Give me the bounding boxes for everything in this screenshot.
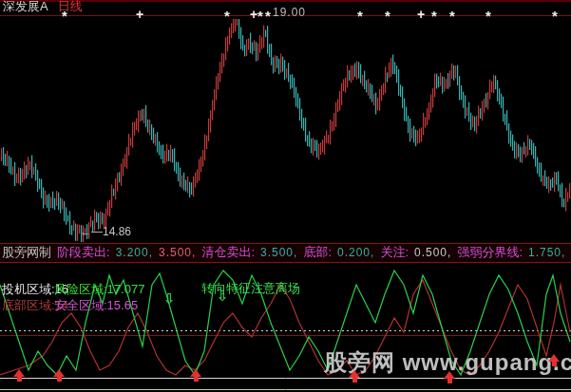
period-label: 日线 [58,0,83,13]
signal-star-marker: * [485,8,491,24]
status-segment: 3.200, [116,247,153,259]
sell-signal-down-arrow-icon: ⇩ [163,290,176,308]
buy-signal-arrow [349,370,361,383]
arrow-stem [352,377,357,383]
signal-cross-marker: + [136,7,143,22]
buy-signal-arrow [190,369,202,382]
status-segment: 3.500, [159,247,196,259]
status-segment: 0.200, [337,247,374,259]
status-segment: 0.500, [414,247,451,259]
low-price-label: ←—14.86 [80,226,131,238]
signal-star-marker: * [385,8,390,24]
risk-zone-label: 风险区域:17.077 [54,283,144,296]
arrow-stem [552,361,557,366]
signal-star-marker: * [224,8,230,24]
buy-signal-arrow [53,369,66,382]
signal-cross-marker: + [250,7,257,22]
arrow-stem [17,376,22,382]
signal-star-marker: * [357,8,363,24]
safe-zone-label: 安全区域:15.65 [54,299,138,312]
buy-signal-arrow [548,354,561,366]
arrow-stem [447,378,452,383]
arrow-stem [194,376,199,382]
price-chart-canvas[interactable] [0,0,571,392]
signal-star-marker: * [552,8,558,24]
signal-star-marker: * [265,8,271,24]
status-segment: 清仓卖出: [201,246,255,259]
title-bar: 深发展A日线 [3,0,83,13]
status-segment: 1.750, [528,247,565,259]
buy-signal-arrow [444,371,456,383]
signal-star-marker: * [257,8,263,24]
status-segment: 3.500, [260,247,297,259]
signal-star-marker: * [431,8,437,24]
high-price-label: 19.00 [273,7,306,19]
indicator-status-line: 股旁网制阶段卖出:3.200,3.500,清仓卖出:3.500,底部:0.200… [2,245,571,261]
status-segment: 关注: [380,246,409,259]
arrow-stem [57,376,62,382]
signal-star-marker: * [449,8,455,24]
status-segment: 强弱分界线: [457,246,523,259]
buy-signal-arrow [13,369,26,382]
status-segment: 股旁网制 [2,246,51,259]
sell-signal-down-arrow-icon: ⇩ [217,288,229,305]
stock-name: 深发展A [3,0,48,13]
signal-cross-marker: + [417,7,425,22]
chart-window: 深发展A日线 19.00 ←—14.86 股旁网制阶段卖出:3.200,3.50… [0,0,571,392]
status-segment: 阶段卖出: [57,246,110,259]
status-segment: 底部: [303,246,332,259]
